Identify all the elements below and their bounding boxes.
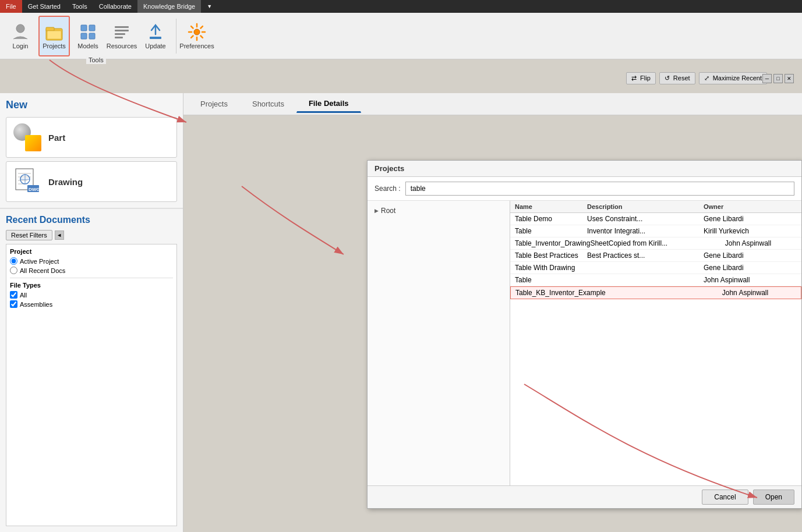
projects-icon xyxy=(45,23,63,41)
resources-label: Resources xyxy=(107,42,137,49)
result-row-5[interactable]: Table John Aspinwall xyxy=(510,274,801,286)
all-checkbox-input[interactable] xyxy=(10,291,17,299)
login-label: Login xyxy=(13,42,29,49)
login-icon xyxy=(11,23,30,41)
result-row-1[interactable]: Table Inventor Integrati... Kirill Yurke… xyxy=(510,225,801,237)
svg-rect-9 xyxy=(115,30,129,31)
svg-rect-4 xyxy=(81,25,87,31)
row-4-owner: Gene Libardi xyxy=(704,264,797,272)
col-name-header: Name xyxy=(515,203,587,210)
result-row-6[interactable]: Table_KB_Inventor_Example John Aspinwall xyxy=(510,286,801,299)
all-label: All xyxy=(20,292,27,299)
row-0-desc: Uses Constraint... xyxy=(587,215,704,223)
row-3-owner: Gene Libardi xyxy=(704,251,797,260)
preferences-label: Preferences xyxy=(179,42,214,49)
preferences-button[interactable]: Preferences xyxy=(181,16,213,56)
dialog-content: ▶ Root Name Description Owner Table Demo… xyxy=(368,201,801,485)
minimize-button[interactable]: ─ xyxy=(762,74,772,83)
results-header: Name Description Owner xyxy=(510,201,801,213)
row-1-name: Table xyxy=(515,227,587,235)
row-6-desc xyxy=(606,289,722,297)
svg-rect-2 xyxy=(46,27,54,31)
drawing-label: Drawing xyxy=(48,177,83,187)
tree-panel: ▶ Root xyxy=(368,201,510,485)
open-button[interactable]: Open xyxy=(753,490,794,505)
update-button[interactable]: Update xyxy=(140,16,171,56)
login-button[interactable]: Login xyxy=(5,16,36,56)
drawing-icon: DWG xyxy=(13,168,41,196)
menu-tools[interactable]: Tools xyxy=(66,0,93,13)
result-row-2[interactable]: Table_Inventor_DrawingSheet Copied from … xyxy=(510,237,801,250)
all-recent-docs-radio-input[interactable] xyxy=(10,267,17,274)
flip-button[interactable]: ⇄ Flip xyxy=(626,72,656,84)
new-drawing-item[interactable]: DWG Drawing xyxy=(6,161,177,202)
all-checkbox[interactable]: All xyxy=(10,291,173,299)
resources-icon xyxy=(112,23,131,41)
result-row-4[interactable]: Table With Drawing Gene Libardi xyxy=(510,262,801,274)
svg-rect-7 xyxy=(89,33,95,39)
col-description-header: Description xyxy=(587,203,704,210)
scroll-left-button[interactable]: ◄ xyxy=(55,230,64,240)
svg-rect-5 xyxy=(89,25,95,31)
col-owner-header: Owner xyxy=(704,203,797,210)
models-label: Models xyxy=(77,42,98,49)
dialog-search: Search : xyxy=(368,177,801,201)
window-controls: ─ □ ✕ xyxy=(762,74,794,83)
assemblies-checkbox-input[interactable] xyxy=(10,300,17,308)
new-section: New Part xyxy=(0,93,183,209)
search-input[interactable] xyxy=(405,182,794,196)
new-title: New xyxy=(6,99,177,111)
tab-file-details[interactable]: File Details xyxy=(296,95,361,113)
row-5-name: Table xyxy=(515,276,587,284)
models-icon xyxy=(79,23,97,41)
tree-root-item[interactable]: ▶ Root xyxy=(372,205,505,216)
menu-collaborate[interactable]: Collaborate xyxy=(93,0,137,13)
assemblies-label: Assemblies xyxy=(20,301,52,308)
all-recent-docs-radio[interactable]: All Recent Docs xyxy=(10,267,173,274)
assemblies-checkbox[interactable]: Assemblies xyxy=(10,300,173,308)
svg-rect-6 xyxy=(81,33,87,39)
recent-section: Recent Documents Reset Filters ◄ Project… xyxy=(0,209,183,532)
left-panel: New Part xyxy=(0,93,183,532)
menu-file[interactable]: File xyxy=(0,0,22,13)
new-part-item[interactable]: Part xyxy=(6,117,177,158)
row-5-desc xyxy=(587,276,704,284)
restore-button[interactable]: □ xyxy=(773,74,783,83)
reset-button[interactable]: ↺ Reset xyxy=(659,72,695,84)
menu-knowledge-bridge[interactable]: Knowledge Bridge xyxy=(137,0,201,13)
flip-icon: ⇄ xyxy=(631,75,637,81)
tab-shortcuts[interactable]: Shortcuts xyxy=(240,95,296,112)
maximize-icon: ⤢ xyxy=(704,75,709,81)
models-button[interactable]: Models xyxy=(72,16,104,56)
part-icon xyxy=(13,123,41,151)
filter-panel: Project Active Project All Recent Docs F… xyxy=(6,244,177,526)
tab-projects[interactable]: Projects xyxy=(188,95,240,112)
active-project-radio[interactable]: Active Project xyxy=(10,257,173,265)
menu-dropdown[interactable]: ▼ xyxy=(201,0,218,13)
cancel-button[interactable]: Cancel xyxy=(702,490,748,505)
file-types-title: File Types xyxy=(10,282,173,289)
row-2-name: Table_Inventor_DrawingSheet xyxy=(515,239,609,247)
active-project-radio-input[interactable] xyxy=(10,257,17,265)
row-0-name: Table Demo xyxy=(515,215,587,223)
search-label: Search : xyxy=(374,185,401,193)
row-2-desc: Copied from Kirill... xyxy=(609,239,725,247)
resources-button[interactable]: Resources xyxy=(106,16,137,56)
update-label: Update xyxy=(145,42,165,49)
row-1-owner: Kirill Yurkevich xyxy=(704,227,797,235)
menu-get-started[interactable]: Get Started xyxy=(22,0,66,13)
maximize-recent-button[interactable]: ⤢ Maximize Recent xyxy=(699,72,767,84)
result-row-0[interactable]: Table Demo Uses Constraint... Gene Libar… xyxy=(510,213,801,225)
svg-rect-8 xyxy=(115,26,129,28)
close-button[interactable]: ✕ xyxy=(785,74,794,83)
svg-point-13 xyxy=(194,29,200,35)
recent-title: Recent Documents xyxy=(6,215,177,225)
svg-text:DWG: DWG xyxy=(29,187,40,192)
svg-rect-12 xyxy=(150,37,161,39)
toolbar-divider xyxy=(176,19,176,54)
reset-filters-button[interactable]: Reset Filters xyxy=(6,230,52,240)
result-row-3[interactable]: Table Best Practices Best Practices st..… xyxy=(510,250,801,262)
projects-button[interactable]: Projects xyxy=(38,16,70,56)
row-5-owner: John Aspinwall xyxy=(704,276,797,284)
row-4-name: Table With Drawing xyxy=(515,264,587,272)
